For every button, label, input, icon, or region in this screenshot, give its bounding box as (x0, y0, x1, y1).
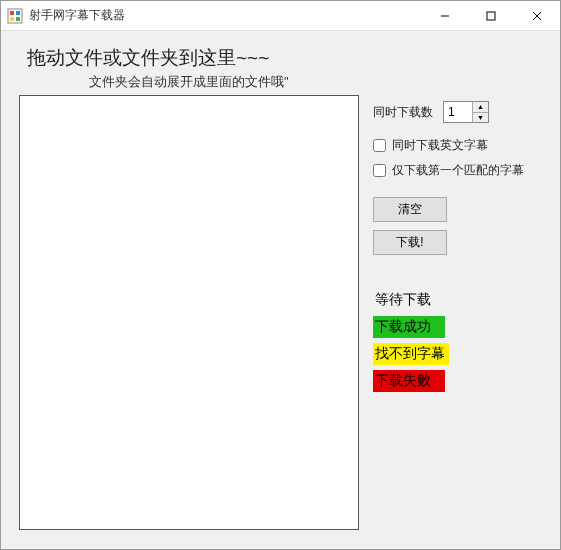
checkbox-firstmatch-row: 仅下载第一个匹配的字幕 (373, 162, 542, 179)
legend-success: 下载成功 (373, 316, 445, 338)
concurrent-input[interactable] (444, 102, 472, 122)
svg-rect-4 (16, 17, 20, 21)
status-legend: 等待下载 下载成功 找不到字幕 下载失败 (373, 289, 542, 397)
concurrent-label: 同时下载数 (373, 104, 433, 121)
checkbox-english-label: 同时下载英文字幕 (392, 137, 488, 154)
main-row: 同时下载数 ▲ ▼ 同时下载英文字幕 仅下载第一个匹配的字幕 (19, 95, 542, 531)
legend-waiting: 等待下载 (373, 289, 445, 311)
app-icon (7, 8, 23, 24)
spinner-down-button[interactable]: ▼ (473, 113, 488, 123)
svg-rect-2 (16, 11, 20, 15)
titlebar: 射手网字幕下载器 (1, 1, 560, 31)
download-button[interactable]: 下载! (373, 230, 447, 255)
side-panel: 同时下载数 ▲ ▼ 同时下载英文字幕 仅下载第一个匹配的字幕 (373, 95, 542, 531)
drop-subheading: 文件夹会自动展开成里面的文件哦" (89, 73, 542, 91)
checkbox-firstmatch[interactable] (373, 164, 386, 177)
drop-heading: 拖动文件或文件夹到这里~~~ (27, 45, 542, 71)
close-button[interactable] (514, 1, 560, 30)
spinner-buttons: ▲ ▼ (472, 102, 488, 122)
button-stack: 清空 下载! (373, 197, 447, 255)
maximize-button[interactable] (468, 1, 514, 30)
concurrent-row: 同时下载数 ▲ ▼ (373, 101, 542, 123)
svg-rect-1 (10, 11, 14, 15)
checkbox-firstmatch-label: 仅下载第一个匹配的字幕 (392, 162, 524, 179)
spinner-up-button[interactable]: ▲ (473, 102, 488, 113)
legend-failed: 下载失败 (373, 370, 445, 392)
app-window: 射手网字幕下载器 拖动文件或文件夹到这里~~~ 文件夹会自动展开成里面的文件哦"… (0, 0, 561, 550)
legend-notfound: 找不到字幕 (373, 343, 449, 365)
checkbox-english[interactable] (373, 139, 386, 152)
svg-rect-6 (487, 12, 495, 20)
minimize-button[interactable] (422, 1, 468, 30)
clear-button[interactable]: 清空 (373, 197, 447, 222)
content-area: 拖动文件或文件夹到这里~~~ 文件夹会自动展开成里面的文件哦" 同时下载数 ▲ … (1, 31, 560, 549)
window-title: 射手网字幕下载器 (29, 7, 422, 24)
file-drop-area[interactable] (19, 95, 359, 530)
titlebar-buttons (422, 1, 560, 30)
concurrent-spinner: ▲ ▼ (443, 101, 489, 123)
svg-rect-3 (10, 17, 14, 21)
checkbox-english-row: 同时下载英文字幕 (373, 137, 542, 154)
